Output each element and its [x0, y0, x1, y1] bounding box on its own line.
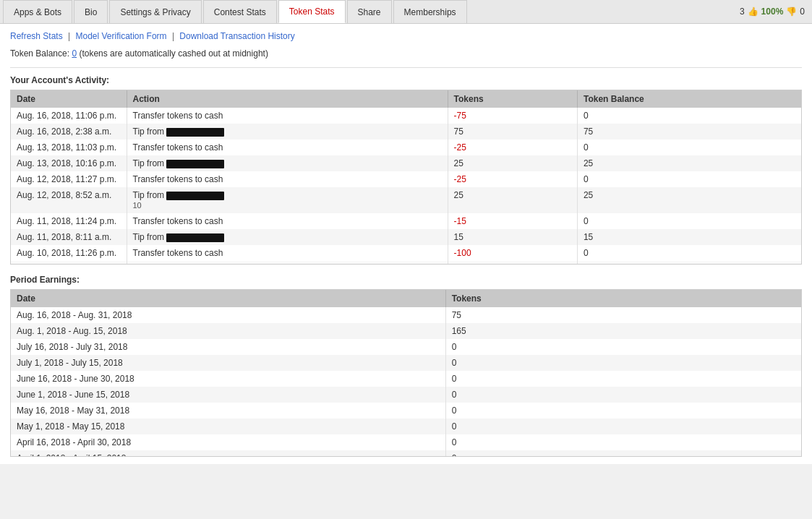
tab-settings---privacy[interactable]: Settings & Privacy [109, 0, 201, 23]
activity-tokens: -100 [448, 245, 577, 261]
activity-table: DateActionTokensToken Balance Aug. 16, 2… [11, 90, 801, 264]
table-row: Aug. 13, 2018, 10:16 p.m. Tip from 25 25 [11, 155, 801, 171]
period-table-wrapper[interactable]: DateTokens Aug. 16, 2018 - Aug. 31, 2018… [10, 289, 802, 457]
activity-date: Aug. 16, 2018, 11:06 p.m. [11, 108, 127, 124]
period-date: April 1, 2018 - April 15, 2018 [11, 450, 445, 456]
activity-balance: 0 [577, 213, 801, 229]
table-row: Aug. 11, 2018, 8:11 a.m. Tip from 15 15 [11, 229, 801, 245]
rating-pct: 100% [761, 7, 784, 17]
period-tokens: 75 [445, 307, 801, 323]
activity-col-tokens: Tokens [448, 90, 577, 108]
thumbdown-icon: 👎 [786, 7, 797, 17]
tab-contest-stats[interactable]: Contest Stats [203, 0, 277, 23]
activity-tokens: -25 [448, 171, 577, 187]
download-link[interactable]: Download Transaction History [179, 31, 294, 41]
sep1: | [68, 31, 72, 41]
activity-table-wrapper[interactable]: DateActionTokensToken Balance Aug. 16, 2… [10, 90, 802, 265]
period-tokens: 0 [445, 339, 801, 355]
activity-date: Aug. 12, 2018, 8:52 a.m. [11, 187, 127, 213]
model-form-link[interactable]: Model Verification Form [76, 31, 167, 41]
period-scroll[interactable]: DateTokens Aug. 16, 2018 - Aug. 31, 2018… [11, 290, 801, 456]
activity-action: Transfer tokens to cash [127, 108, 448, 124]
activity-col-date: Date [11, 90, 127, 108]
rating-zero: 0 [800, 7, 805, 17]
list-item: April 1, 2018 - April 15, 2018 0 [11, 450, 801, 456]
token-balance-note: (tokens are automatically cashed out at … [79, 48, 268, 59]
activity-section: Your Account's Activity: DateActionToken… [10, 75, 802, 265]
period-date: May 16, 2018 - May 31, 2018 [11, 403, 445, 419]
activity-title: Your Account's Activity: [10, 75, 802, 85]
activity-action: Transfer tokens to cash [127, 171, 448, 187]
top-bar: Apps & BotsBioSettings & PrivacyContest … [0, 0, 812, 24]
list-item: Aug. 16, 2018 - Aug. 31, 2018 75 [11, 307, 801, 323]
token-balance-line: Token Balance: 0 (tokens are automatical… [10, 48, 802, 59]
period-date: May 1, 2018 - May 15, 2018 [11, 419, 445, 434]
activity-balance: 25 [577, 187, 801, 213]
tab-token-stats[interactable]: Token Stats [278, 0, 346, 23]
activity-action: Tip from [127, 124, 448, 140]
action-sub: 10 [133, 201, 142, 210]
tab-share[interactable]: Share [347, 0, 392, 23]
list-item: July 1, 2018 - July 15, 2018 0 [11, 355, 801, 371]
period-col-date: Date [11, 290, 445, 307]
activity-col-token-balance: Token Balance [577, 90, 801, 108]
activity-tokens: -15 [448, 213, 577, 229]
activity-tokens: -75 [448, 108, 577, 124]
activity-tokens: 50 [448, 261, 577, 264]
period-tokens: 0 [445, 419, 801, 434]
tab-memberships[interactable]: Memberships [393, 0, 467, 23]
period-tokens: 165 [445, 323, 801, 339]
activity-action: Transfer tokens to cash [127, 140, 448, 155]
tab-apps---bots[interactable]: Apps & Bots [3, 0, 72, 23]
activity-balance: 0 [577, 245, 801, 261]
redacted-name [166, 160, 224, 168]
tabs-container: Apps & BotsBioSettings & PrivacyContest … [0, 0, 469, 23]
action-links: Refresh Stats | Model Verification Form … [10, 31, 802, 41]
activity-action: Tip from [127, 261, 448, 264]
activity-tokens: 25 [448, 187, 577, 213]
period-date: July 16, 2018 - July 31, 2018 [11, 339, 445, 355]
redacted-name [166, 192, 224, 200]
period-date: Aug. 1, 2018 - Aug. 15, 2018 [11, 323, 445, 339]
activity-balance: 100 [577, 261, 801, 264]
thumbup-icon: 👍 [748, 7, 758, 17]
period-table: DateTokens Aug. 16, 2018 - Aug. 31, 2018… [11, 290, 801, 456]
period-date: July 1, 2018 - July 15, 2018 [11, 355, 445, 371]
activity-action: Transfer tokens to cash [127, 245, 448, 261]
activity-date: Aug. 11, 2018, 8:11 a.m. [11, 229, 127, 245]
tab-bio[interactable]: Bio [74, 0, 108, 23]
activity-date: Aug. 13, 2018, 11:03 p.m. [11, 140, 127, 155]
activity-action: Tip from [127, 229, 448, 245]
activity-date: Aug. 10, 2018, 12:45 [11, 261, 127, 264]
table-row: Aug. 10, 2018, 12:45 Tip from 50 100 [11, 261, 801, 264]
period-section: Period Earnings: DateTokens Aug. 16, 201… [10, 275, 802, 457]
period-date: June 1, 2018 - June 15, 2018 [11, 387, 445, 403]
period-tokens: 0 [445, 434, 801, 450]
redacted-name [166, 233, 224, 242]
refresh-link[interactable]: Refresh Stats [10, 31, 63, 41]
rating-count: 3 [740, 7, 745, 17]
activity-date: Aug. 10, 2018, 11:26 p.m. [11, 245, 127, 261]
table-row: Aug. 16, 2018, 2:38 a.m. Tip from 75 75 [11, 124, 801, 140]
activity-balance: 0 [577, 140, 801, 155]
activity-tokens: -25 [448, 140, 577, 155]
rating-bar: 3 👍 100% 👎 0 [732, 0, 812, 23]
activity-action: Tip from [127, 155, 448, 171]
table-row: Aug. 12, 2018, 11:27 p.m. Transfer token… [11, 171, 801, 187]
activity-tokens: 15 [448, 229, 577, 245]
redacted-name [166, 128, 224, 137]
table-row: Aug. 13, 2018, 11:03 p.m. Transfer token… [11, 140, 801, 155]
period-tokens: 0 [445, 387, 801, 403]
sep2: | [172, 31, 176, 41]
activity-date: Aug. 16, 2018, 2:38 a.m. [11, 124, 127, 140]
activity-scroll[interactable]: DateActionTokensToken Balance Aug. 16, 2… [11, 90, 801, 264]
table-row: Aug. 10, 2018, 11:26 p.m. Transfer token… [11, 245, 801, 261]
token-balance-value[interactable]: 0 [72, 48, 77, 59]
list-item: May 16, 2018 - May 31, 2018 0 [11, 403, 801, 419]
list-item: May 1, 2018 - May 15, 2018 0 [11, 419, 801, 434]
period-tokens: 0 [445, 403, 801, 419]
table-row: Aug. 16, 2018, 11:06 p.m. Transfer token… [11, 108, 801, 124]
table-row: Aug. 12, 2018, 8:52 a.m. Tip from 10 25 … [11, 187, 801, 213]
list-item: June 1, 2018 - June 15, 2018 0 [11, 387, 801, 403]
list-item: Aug. 1, 2018 - Aug. 15, 2018 165 [11, 323, 801, 339]
